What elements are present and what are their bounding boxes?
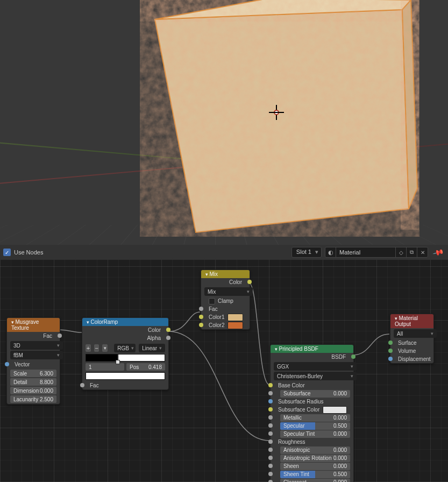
node-header[interactable]: Material Output (390, 314, 433, 328)
material-browse-icon[interactable]: ◐ (325, 247, 336, 257)
svg-marker-1 (155, 10, 409, 232)
dim-dropdown[interactable]: 3D (10, 341, 63, 350)
stop-pos[interactable]: Pos0.418 (126, 363, 165, 371)
node-musgrave-texture[interactable]: Musgrave Texture Fac 3D fBM Vector Scale… (6, 317, 60, 405)
node-material-output[interactable]: Material Output All Surface Volume Displ… (390, 314, 434, 364)
use-nodes-checkbox[interactable]: ✓ (3, 249, 11, 256)
in-vector: Vector (7, 360, 60, 368)
node-header[interactable]: ColorRamp (82, 318, 168, 326)
type-dropdown[interactable]: fBM (10, 351, 63, 359)
stop-index[interactable]: 1 (86, 363, 124, 371)
material-name-input[interactable] (336, 247, 395, 257)
slot-dropdown[interactable]: Slot 1 (291, 247, 322, 258)
in-roughness: Roughness (271, 438, 353, 446)
dimension-slider[interactable]: Dimension0.000 (10, 387, 56, 394)
in-specular-tint[interactable]: Specular Tint0.000 (271, 430, 353, 438)
remove-stop-button[interactable]: − (94, 344, 99, 352)
node-editor-header: ✓ Use Nodes Slot 1 ◐ ◇ ⧉ ✕ 📌 (0, 245, 448, 260)
in-anisotropic-rotation[interactable]: Anisotropic Rotation0.000 (271, 454, 353, 462)
in-sheen-tint[interactable]: Sheen Tint0.500 (271, 470, 353, 478)
in-specular[interactable]: Specular0.500 (271, 422, 353, 430)
node-header[interactable]: Mix (201, 270, 250, 278)
clamp-checkbox[interactable]: Clamp (201, 297, 250, 305)
in-surface: Surface (390, 339, 433, 347)
in-clearcoat[interactable]: Clearcoat0.000 (271, 478, 353, 482)
in-subsurface-radius: Subsurface Radius (271, 398, 353, 406)
out-color: Color (201, 278, 250, 286)
shield-icon[interactable]: ◇ (395, 247, 406, 257)
node-principled-bsdf[interactable]: Principled BSDF BSDF GGX Christensen-Bur… (270, 344, 354, 482)
distribution-dropdown[interactable]: GGX (274, 362, 357, 371)
in-subsurface-color[interactable]: Subsurface Color (271, 406, 353, 414)
node-mix[interactable]: Mix Color Mix Clamp Fac Color1 Color2 (201, 270, 250, 330)
in-anisotropic[interactable]: Anisotropic0.000 (271, 446, 353, 454)
in-sheen[interactable]: Sheen0.000 (271, 462, 353, 470)
duplicate-icon[interactable]: ⧉ (406, 247, 417, 257)
gradient-bar[interactable] (86, 354, 165, 362)
in-base-color: Base Color (271, 381, 353, 389)
out-alpha: Alpha (82, 334, 168, 342)
sss-dropdown[interactable]: Christensen-Burley (274, 372, 357, 380)
node-header[interactable]: Principled BSDF (271, 345, 353, 353)
in-color2[interactable]: Color2 (201, 321, 250, 329)
in-displacement: Displacement (390, 355, 433, 363)
detail-slider[interactable]: Detail8.800 (10, 378, 56, 386)
in-fac: Fac (201, 305, 250, 313)
stop-color[interactable] (86, 372, 165, 380)
in-volume: Volume (390, 347, 433, 355)
out-color: Color (82, 326, 168, 334)
colormode-dropdown[interactable]: RGB (114, 344, 136, 352)
in-color1[interactable]: Color1 (201, 313, 250, 321)
out-bsdf: BSDF (271, 353, 353, 361)
close-icon[interactable]: ✕ (417, 247, 428, 257)
add-stop-button[interactable]: + (86, 344, 91, 352)
node-header[interactable]: Musgrave Texture (7, 318, 60, 332)
pin-icon[interactable]: 📌 (430, 245, 446, 259)
in-metallic[interactable]: Metallic0.000 (271, 414, 353, 422)
interp-dropdown[interactable]: Linear (139, 344, 165, 352)
node-color-ramp[interactable]: ColorRamp Color Alpha + − ▾ RGB Linear 1… (82, 317, 169, 390)
in-subsurface[interactable]: Subsurface0.000 (271, 389, 353, 398)
node-editor[interactable]: Musgrave Texture Fac 3D fBM Vector Scale… (0, 260, 448, 482)
target-dropdown[interactable]: All (394, 329, 437, 338)
use-nodes-label: Use Nodes (14, 249, 43, 256)
color-stop[interactable] (116, 360, 120, 364)
scale-slider[interactable]: Scale6.300 (10, 370, 56, 377)
out-fac: Fac (7, 332, 60, 340)
3d-cursor (269, 105, 284, 120)
lacunarity-slider[interactable]: Lacunarity2.500 (10, 395, 56, 403)
material-selector: ◐ ◇ ⧉ ✕ (325, 247, 428, 258)
in-fac: Fac (82, 381, 168, 389)
blend-dropdown[interactable]: Mix (204, 287, 253, 296)
ramp-menu-button[interactable]: ▾ (102, 344, 108, 352)
3d-viewport[interactable] (0, 0, 448, 245)
